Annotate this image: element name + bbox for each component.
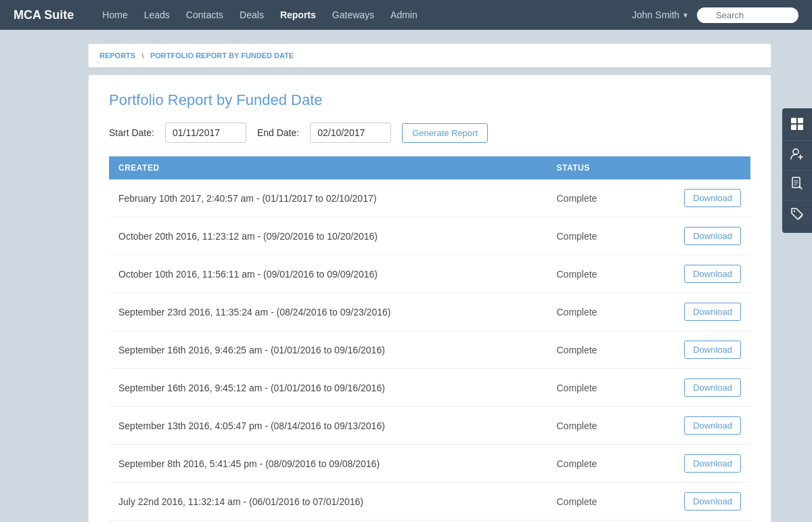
end-date-label: End Date:: [257, 127, 299, 138]
cell-action: Download: [637, 217, 750, 255]
cell-status: Complete: [547, 407, 636, 445]
cell-status: Complete: [547, 179, 636, 217]
start-date-label: Start Date:: [109, 127, 154, 138]
cell-status: Complete: [547, 369, 636, 407]
nav-gateways[interactable]: Gateways: [331, 7, 376, 23]
table-row: September 8th 2016, 5:41:45 pm - (08/09/…: [109, 445, 750, 483]
generate-report-button[interactable]: Generate Report: [402, 123, 488, 143]
navbar: MCA Suite Home Leads Contacts Deals Repo…: [0, 0, 812, 30]
main-card: Portfolio Report by Funded Date Start Da…: [88, 74, 771, 522]
cell-created: September 13th 2016, 4:05:47 pm - (08/14…: [109, 407, 547, 445]
svg-point-12: [794, 210, 795, 211]
cell-status: Complete: [547, 445, 636, 483]
cell-action: Download: [637, 445, 750, 483]
download-button[interactable]: Download: [684, 189, 741, 207]
cell-action: Download: [637, 293, 750, 331]
svg-rect-3: [798, 125, 803, 130]
cell-action: Download: [637, 483, 750, 521]
table-header: CREATED STATUS: [109, 156, 750, 179]
nav-links: Home Leads Contacts Deals Reports Gatewa…: [101, 7, 632, 23]
sidebar-icon-document[interactable]: [782, 171, 812, 200]
tag-icon: [790, 206, 805, 225]
grid-icon: [790, 116, 805, 135]
start-date-input[interactable]: [165, 123, 246, 143]
sidebar-icons: [782, 108, 812, 233]
table-row: October 10th 2016, 11:56:11 am - (09/01/…: [109, 255, 750, 293]
search-wrap: 🔍: [697, 7, 798, 23]
table-row: September 23rd 2016, 11:35:24 am - (08/2…: [109, 293, 750, 331]
cell-action: Download: [637, 407, 750, 445]
cell-status: Complete: [547, 255, 636, 293]
download-button[interactable]: Download: [684, 341, 741, 359]
table-row: September 16th 2016, 9:45:12 am - (01/01…: [109, 369, 750, 407]
filter-form: Start Date: End Date: Generate Report: [109, 123, 750, 143]
user-name: John Smith: [632, 9, 679, 20]
cell-created: September 8th 2016, 5:41:45 pm - (08/09/…: [109, 445, 547, 483]
table-row: September 16th 2016, 9:46:25 am - (01/01…: [109, 331, 750, 369]
cell-created: September 16th 2016, 9:45:12 am - (01/01…: [109, 369, 547, 407]
nav-contacts[interactable]: Contacts: [185, 7, 225, 23]
nav-deals[interactable]: Deals: [238, 7, 265, 23]
cell-created: October 20th 2016, 11:23:12 am - (09/20/…: [109, 217, 547, 255]
sidebar-icon-tag[interactable]: [782, 200, 812, 230]
download-button[interactable]: Download: [684, 454, 741, 473]
sidebar-icon-grid[interactable]: [782, 111, 812, 141]
cell-created: October 10th 2016, 11:56:11 am - (09/01/…: [109, 255, 547, 293]
app-brand: MCA Suite: [14, 8, 74, 22]
table-row: September 13th 2016, 4:05:47 pm - (08/14…: [109, 407, 750, 445]
breadcrumb-current: PORTFOLIO REPORT BY FUNDED DATE: [150, 51, 294, 60]
cell-created: September 16th 2016, 9:46:25 am - (01/01…: [109, 331, 547, 369]
col-created: CREATED: [109, 156, 547, 179]
cell-action: Download: [637, 369, 750, 407]
download-button[interactable]: Download: [684, 492, 741, 510]
cell-status: Complete: [547, 293, 636, 331]
cell-created: July 22nd 2016, 11:32:14 am - (06/01/201…: [109, 483, 547, 521]
cell-status: Complete: [547, 217, 636, 255]
col-status: STATUS: [547, 156, 636, 179]
search-input[interactable]: [697, 7, 798, 23]
svg-rect-1: [798, 118, 803, 123]
cell-action: Download: [637, 255, 750, 293]
download-button[interactable]: Download: [684, 227, 741, 245]
cell-status: Complete: [547, 331, 636, 369]
cell-created: February 10th 2017, 2:40:57 am - (01/11/…: [109, 179, 547, 217]
page-wrapper: REPORTS \ PORTFOLIO REPORT BY FUNDED DAT…: [0, 30, 812, 522]
nav-reports[interactable]: Reports: [279, 7, 317, 23]
document-icon: [790, 176, 805, 194]
user-add-icon: [790, 146, 805, 165]
end-date-input[interactable]: [310, 123, 391, 143]
svg-rect-2: [791, 125, 796, 130]
table-row: October 20th 2016, 11:23:12 am - (09/20/…: [109, 217, 750, 255]
col-action: [637, 156, 750, 179]
sidebar-icon-useradd[interactable]: [782, 141, 812, 171]
download-button[interactable]: Download: [684, 416, 741, 435]
breadcrumb-parent[interactable]: REPORTS: [99, 51, 135, 60]
nav-right: John Smith ▼ 🔍: [632, 7, 798, 23]
download-button[interactable]: Download: [684, 303, 741, 321]
svg-rect-0: [791, 118, 796, 123]
table-row: February 10th 2017, 2:40:57 am - (01/11/…: [109, 179, 750, 217]
cell-status: Complete: [547, 483, 636, 521]
nav-leads[interactable]: Leads: [143, 7, 171, 23]
report-table: CREATED STATUS February 10th 2017, 2:40:…: [109, 156, 750, 522]
page-title: Portfolio Report by Funded Date: [109, 91, 750, 109]
nav-home[interactable]: Home: [101, 7, 129, 23]
cell-action: Download: [637, 331, 750, 369]
table-body: February 10th 2017, 2:40:57 am - (01/11/…: [109, 179, 750, 522]
breadcrumb-separator: \: [142, 51, 144, 60]
breadcrumb: REPORTS \ PORTFOLIO REPORT BY FUNDED DAT…: [88, 43, 771, 68]
nav-admin[interactable]: Admin: [389, 7, 419, 23]
table-row: July 22nd 2016, 11:32:14 am - (06/01/201…: [109, 483, 750, 521]
user-caret-icon: ▼: [682, 12, 689, 19]
download-button[interactable]: Download: [684, 378, 741, 397]
cell-created: September 23rd 2016, 11:35:24 am - (08/2…: [109, 293, 547, 331]
download-button[interactable]: Download: [684, 265, 741, 283]
user-menu[interactable]: John Smith ▼: [632, 9, 689, 20]
svg-point-4: [793, 149, 798, 154]
cell-action: Download: [637, 179, 750, 217]
